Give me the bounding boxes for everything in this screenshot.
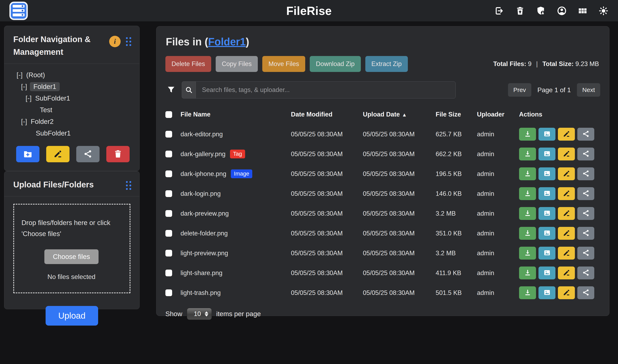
download-zip-button[interactable]: Download Zip	[310, 56, 361, 72]
preview-image-button[interactable]	[539, 227, 555, 240]
preview-image-button[interactable]	[539, 187, 555, 200]
file-name[interactable]: light-preview.png	[181, 249, 228, 257]
share-button[interactable]	[577, 267, 594, 279]
logout-icon[interactable]	[494, 6, 504, 16]
share-button[interactable]	[577, 187, 594, 200]
row-checkbox[interactable]	[165, 210, 172, 217]
tree-item-test[interactable]: Test	[9, 104, 131, 116]
share-folder-button[interactable]	[76, 146, 100, 162]
file-name[interactable]: light-share.png	[181, 269, 223, 277]
user-profile-icon[interactable]	[557, 6, 567, 16]
file-name[interactable]: dark-login.png	[181, 190, 221, 197]
column-header-date-modified[interactable]: Date Modified	[291, 107, 363, 124]
items-per-page-select[interactable]: 10	[187, 308, 212, 320]
column-header-uploader[interactable]: Uploader	[477, 107, 519, 124]
preview-image-button[interactable]	[539, 148, 555, 160]
tree-item-folder1[interactable]: [-] Folder1	[9, 81, 131, 92]
delete-files-button[interactable]: Delete Files	[165, 56, 211, 72]
admin-shield-icon[interactable]	[536, 6, 546, 16]
preview-image-button[interactable]	[539, 167, 555, 180]
download-button[interactable]	[519, 267, 536, 279]
info-icon[interactable]: i	[109, 36, 121, 47]
tree-item-root[interactable]: [-] (Root)	[9, 69, 131, 81]
preview-image-button[interactable]	[539, 286, 555, 299]
prev-page-button[interactable]: Prev	[508, 83, 531, 97]
restore-trash-icon[interactable]	[515, 6, 525, 16]
share-button[interactable]	[577, 227, 594, 240]
column-header-file-size[interactable]: File Size	[436, 107, 477, 124]
share-button[interactable]	[577, 128, 594, 141]
row-checkbox[interactable]	[165, 289, 172, 296]
column-header-upload-date[interactable]: Upload Date▲	[363, 107, 436, 124]
select-all-checkbox[interactable]	[165, 111, 172, 118]
file-name[interactable]: dark-preview.png	[181, 210, 229, 217]
rename-button[interactable]	[558, 267, 575, 279]
expander[interactable]: [-]	[16, 71, 23, 79]
grid-view-icon[interactable]	[578, 6, 588, 16]
app-logo[interactable]	[9, 2, 28, 20]
preview-image-button[interactable]	[539, 247, 555, 260]
file-name[interactable]: dark-gallery.png	[181, 150, 225, 158]
share-button[interactable]	[577, 247, 594, 260]
download-button[interactable]	[519, 286, 536, 299]
next-page-button[interactable]: Next	[577, 83, 600, 97]
search-input[interactable]	[196, 81, 456, 99]
create-folder-button[interactable]	[16, 146, 39, 162]
row-checkbox[interactable]	[165, 131, 172, 138]
row-checkbox[interactable]	[165, 170, 172, 177]
preview-image-button[interactable]	[539, 128, 555, 141]
extract-zip-button[interactable]: Extract Zip	[365, 56, 408, 72]
filter-funnel-icon[interactable]	[165, 84, 177, 96]
rename-button[interactable]	[558, 247, 575, 260]
share-button[interactable]	[577, 207, 594, 220]
theme-toggle-sun-icon[interactable]	[598, 6, 609, 16]
expander[interactable]: [-]	[26, 94, 31, 102]
download-button[interactable]	[519, 167, 536, 180]
copy-files-button[interactable]: Copy Files	[216, 56, 258, 72]
preview-image-button[interactable]	[539, 207, 555, 220]
expander[interactable]: [-]	[21, 118, 27, 126]
delete-folder-button[interactable]	[106, 146, 130, 162]
choose-files-button[interactable]: Choose files	[44, 249, 99, 264]
column-header-file-name[interactable]: File Name	[181, 107, 291, 124]
download-button[interactable]	[519, 207, 536, 220]
rename-button[interactable]	[558, 128, 575, 141]
drag-handle-icon[interactable]	[126, 37, 131, 46]
download-button[interactable]	[519, 227, 536, 240]
row-checkbox[interactable]	[165, 230, 172, 237]
preview-image-button[interactable]	[539, 267, 555, 279]
rename-folder-button[interactable]	[46, 146, 69, 162]
expander[interactable]: [-]	[21, 83, 27, 91]
row-checkbox[interactable]	[165, 270, 172, 276]
row-checkbox[interactable]	[165, 151, 172, 157]
rename-button[interactable]	[558, 227, 575, 240]
file-name[interactable]: dark-iphone.png	[181, 170, 226, 178]
move-files-button[interactable]: Move Files	[262, 56, 305, 72]
tree-item-subfolder1[interactable]: [-] SubFolder1	[9, 92, 131, 104]
rename-button[interactable]	[558, 167, 575, 180]
rename-button[interactable]	[558, 286, 575, 299]
share-button[interactable]	[577, 148, 594, 160]
file-dropzone[interactable]: Drop files/folders here or click 'Choose…	[13, 204, 131, 293]
drag-handle-icon[interactable]	[126, 181, 131, 190]
rename-button[interactable]	[558, 207, 575, 220]
tree-item-folder2[interactable]: [-] Folder2	[9, 116, 131, 127]
tree-item-subfolder1-2[interactable]: SubFolder1	[9, 127, 131, 139]
share-button[interactable]	[577, 286, 594, 299]
file-name[interactable]: dark-editor.png	[181, 130, 223, 138]
row-checkbox[interactable]	[165, 190, 172, 197]
download-icon	[524, 249, 532, 257]
download-button[interactable]	[519, 148, 536, 160]
pencil-icon	[563, 130, 570, 138]
rename-button[interactable]	[558, 148, 575, 160]
download-button[interactable]	[519, 187, 536, 200]
file-name[interactable]: delete-folder.png	[181, 230, 228, 237]
current-folder-link[interactable]: Folder1	[208, 36, 246, 48]
rename-button[interactable]	[558, 187, 575, 200]
upload-button[interactable]: Upload	[46, 306, 98, 325]
share-button[interactable]	[577, 167, 594, 180]
download-button[interactable]	[519, 128, 536, 141]
file-name[interactable]: light-trash.png	[181, 289, 221, 297]
download-button[interactable]	[519, 247, 536, 260]
row-checkbox[interactable]	[165, 250, 172, 257]
